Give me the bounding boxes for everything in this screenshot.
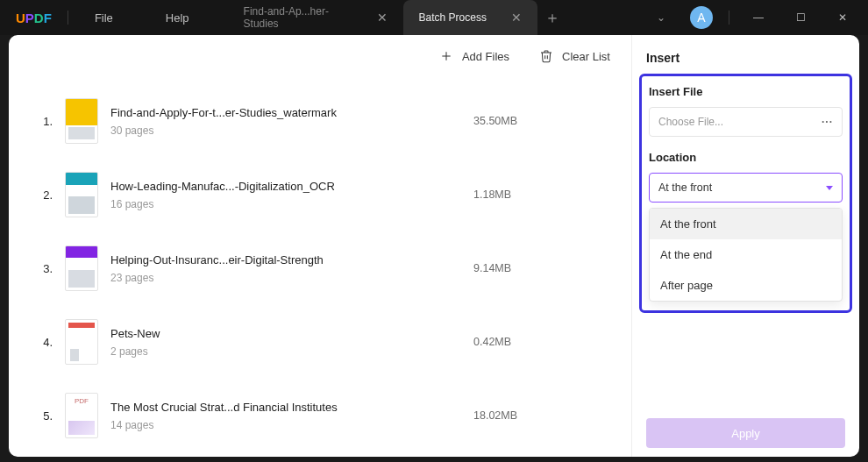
- location-selected-value: At the front: [658, 181, 712, 194]
- list-item[interactable]: 3. Helping-Out-Insuranc...eir-Digital-St…: [26, 231, 614, 305]
- avatar[interactable]: A: [690, 6, 713, 29]
- chevron-down-icon: [826, 186, 833, 190]
- row-number: 2.: [26, 188, 53, 202]
- file-meta: How-Leading-Manufac...-Digitalization_OC…: [110, 180, 473, 210]
- tab-strip: Find-and-Ap...her-Studies ✕ Batch Proces…: [228, 0, 567, 35]
- add-files-label: Add Files: [462, 50, 509, 63]
- list-item[interactable]: 1. Find-and-Apply-For-t...er-Studies_wat…: [26, 84, 614, 158]
- tab-batch-process[interactable]: Batch Process ✕: [403, 0, 537, 35]
- choose-file-input[interactable]: Choose File... ···: [649, 107, 843, 137]
- insert-settings-box: Insert File Choose File... ··· Location …: [639, 74, 852, 313]
- menu-help[interactable]: Help: [139, 11, 216, 25]
- workspace: Add Files Clear List 1. Find-and-Apply-F…: [0, 35, 868, 462]
- row-number: 5.: [26, 409, 53, 423]
- file-size: 1.18MB: [473, 188, 614, 201]
- row-number: 3.: [26, 262, 53, 275]
- file-name: Pets-New: [110, 327, 473, 340]
- side-title: Insert: [632, 35, 859, 65]
- file-thumbnail: [65, 393, 98, 438]
- maximize-button[interactable]: ☐: [787, 11, 814, 24]
- chevron-down-icon[interactable]: ⌄: [648, 8, 674, 27]
- file-size: 9.14MB: [473, 262, 614, 274]
- file-pages: 14 pages: [110, 419, 473, 431]
- file-size: 18.02MB: [473, 409, 614, 422]
- side-panel: Insert Insert File Choose File... ··· Lo…: [631, 35, 859, 457]
- divider: [729, 11, 729, 25]
- list-item[interactable]: 4. Pets-New 2 pages 0.42MB: [26, 305, 614, 379]
- file-thumbnail: [65, 245, 98, 291]
- location-label: Location: [649, 151, 843, 164]
- file-thumbnail: [65, 98, 98, 144]
- trash-icon: [539, 49, 553, 63]
- file-thumbnail: [65, 319, 98, 365]
- file-pages: 23 pages: [110, 272, 473, 284]
- file-name: Find-and-Apply-For-t...er-Studies_waterm…: [110, 106, 473, 119]
- file-meta: Find-and-Apply-For-t...er-Studies_waterm…: [110, 106, 473, 137]
- file-name: Helping-Out-Insuranc...eir-Digital-Stren…: [110, 253, 473, 267]
- file-name: The Most Crucial Strat...d Financial Ins…: [110, 401, 473, 414]
- close-icon[interactable]: ✕: [377, 11, 388, 25]
- app-logo: UPDF: [0, 11, 68, 25]
- apply-button[interactable]: Apply: [646, 418, 845, 448]
- location-option-front[interactable]: At the front: [650, 209, 842, 239]
- add-files-button[interactable]: Add Files: [439, 49, 509, 63]
- file-name: How-Leading-Manufac...-Digitalization_OC…: [110, 180, 473, 193]
- insert-file-label: Insert File: [649, 85, 843, 98]
- location-option-end[interactable]: At the end: [650, 239, 842, 270]
- tab-find-apply[interactable]: Find-and-Ap...her-Studies ✕: [228, 0, 403, 35]
- file-pages: 30 pages: [110, 124, 473, 137]
- list-item[interactable]: 5. The Most Crucial Strat...d Financial …: [26, 379, 614, 452]
- ellipsis-icon[interactable]: ···: [822, 116, 833, 128]
- file-meta: The Most Crucial Strat...d Financial Ins…: [110, 401, 473, 431]
- main-panel: Add Files Clear List 1. Find-and-Apply-F…: [9, 35, 631, 457]
- new-tab-button[interactable]: ＋: [537, 0, 567, 35]
- menu-file[interactable]: File: [68, 11, 139, 25]
- file-pages: 16 pages: [110, 198, 473, 210]
- clear-list-label: Clear List: [562, 50, 610, 63]
- location-select[interactable]: At the front: [649, 173, 843, 203]
- close-button[interactable]: ✕: [829, 11, 856, 24]
- tab-label: Batch Process: [419, 11, 487, 24]
- file-pages: 2 pages: [110, 345, 473, 358]
- location-option-after[interactable]: After page: [650, 270, 842, 301]
- list-item[interactable]: 2. How-Leading-Manufac...-Digitalization…: [26, 158, 614, 231]
- titlebar: UPDF File Help Find-and-Ap...her-Studies…: [0, 0, 868, 35]
- row-number: 1.: [26, 115, 53, 128]
- clear-list-button[interactable]: Clear List: [539, 49, 610, 63]
- choose-file-placeholder: Choose File...: [658, 116, 723, 128]
- file-meta: Helping-Out-Insuranc...eir-Digital-Stren…: [110, 253, 473, 284]
- location-dropdown: At the front At the end After page: [649, 208, 843, 302]
- tab-label: Find-and-Ap...her-Studies: [244, 5, 352, 30]
- titlebar-right: ⌄ A — ☐ ✕: [641, 6, 868, 29]
- toolbar: Add Files Clear List: [9, 35, 631, 77]
- file-meta: Pets-New 2 pages: [110, 327, 473, 358]
- file-size: 0.42MB: [473, 336, 614, 348]
- plus-icon: [439, 49, 453, 63]
- row-number: 4.: [26, 336, 53, 349]
- file-list: 1. Find-and-Apply-For-t...er-Studies_wat…: [9, 77, 631, 457]
- file-size: 35.50MB: [473, 115, 614, 127]
- minimize-button[interactable]: —: [745, 11, 772, 24]
- file-thumbnail: [65, 172, 98, 217]
- close-icon[interactable]: ✕: [511, 11, 522, 25]
